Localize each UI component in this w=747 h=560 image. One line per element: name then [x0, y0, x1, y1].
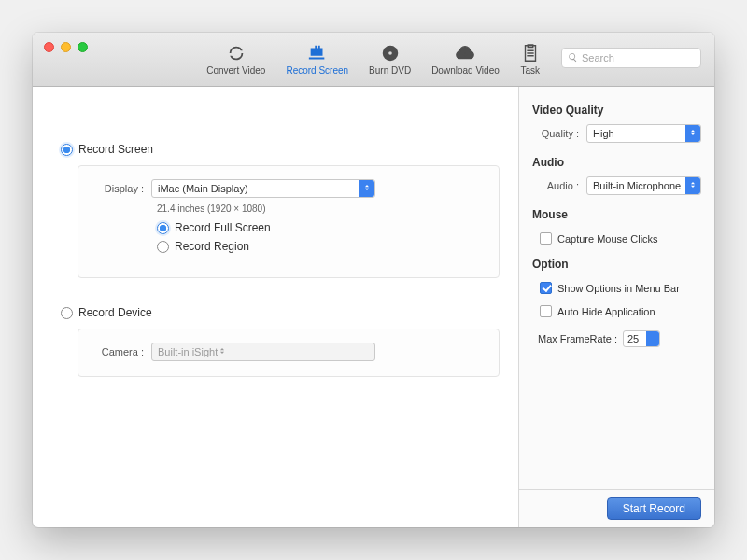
search-icon	[568, 52, 578, 64]
auto-hide-label: Auto Hide Application	[557, 306, 655, 317]
audio-heading: Audio	[532, 156, 701, 169]
checkbox-icon	[540, 282, 552, 294]
toolbar: Convert Video Record Screen Burn DVD Dow…	[206, 43, 541, 76]
record-icon	[307, 43, 328, 63]
svg-point-1	[388, 51, 392, 55]
capture-mouse-label: Capture Mouse Clicks	[557, 233, 658, 245]
show-menu-label: Show Options in Menu Bar	[557, 283, 680, 294]
camera-select[interactable]: Built-in iSight	[151, 343, 375, 361]
audio-label: Audio :	[532, 180, 579, 191]
toolbar-burn-dvd[interactable]: Burn DVD	[369, 43, 411, 76]
start-record-button[interactable]: Start Record	[607, 497, 701, 520]
video-quality-heading: Video Quality	[532, 104, 701, 117]
mode-region-label: Record Region	[175, 240, 249, 253]
main-panel: Record Screen Display : iMac (Main Displ…	[33, 87, 518, 527]
auto-hide-checkbox[interactable]: Auto Hide Application	[540, 305, 701, 317]
display-select[interactable]: iMac (Main Display)	[151, 179, 375, 198]
display-info: 21.4 inches (1920 × 1080)	[157, 203, 486, 214]
mode-region-radio[interactable]: Record Region	[157, 240, 486, 253]
chevron-updown-icon	[688, 180, 698, 191]
titlebar: Convert Video Record Screen Burn DVD Dow…	[33, 33, 714, 87]
framerate-label: Max FrameRate :	[538, 333, 617, 344]
minimize-button[interactable]	[61, 42, 71, 52]
quality-select[interactable]: High	[586, 124, 701, 143]
toolbar-download-video[interactable]: Download Video	[431, 43, 500, 76]
toolbar-label: Task	[521, 65, 541, 76]
audio-value: Built-in Microphone	[593, 180, 681, 191]
display-value: iMac (Main Display)	[158, 183, 248, 194]
toolbar-label: Download Video	[431, 65, 500, 76]
radio-icon	[61, 307, 73, 319]
download-icon	[455, 43, 475, 63]
checkbox-icon	[540, 305, 552, 317]
body: Record Screen Display : iMac (Main Displ…	[33, 87, 714, 527]
quality-value: High	[593, 128, 614, 139]
record-device-radio[interactable]: Record Device	[61, 306, 500, 319]
audio-select[interactable]: Built-in Microphone	[586, 176, 701, 195]
record-device-label: Record Device	[78, 306, 152, 319]
radio-icon	[61, 144, 73, 156]
record-device-group: Camera : Built-in iSight	[78, 329, 500, 377]
radio-icon	[157, 241, 169, 253]
app-window: Convert Video Record Screen Burn DVD Dow…	[33, 33, 714, 527]
start-record-label: Start Record	[623, 502, 685, 515]
record-screen-radio[interactable]: Record Screen	[61, 143, 500, 156]
convert-icon	[226, 43, 247, 63]
quality-label: Quality :	[532, 128, 579, 139]
toolbar-label: Burn DVD	[369, 65, 411, 76]
toolbar-record-screen[interactable]: Record Screen	[286, 43, 348, 76]
search-input[interactable]: Search	[561, 48, 701, 68]
framerate-stepper[interactable]: 25	[623, 330, 660, 347]
toolbar-label: Record Screen	[286, 65, 348, 76]
toolbar-label: Convert Video	[206, 65, 265, 76]
framerate-value: 25	[627, 333, 639, 344]
chevron-updown-icon	[362, 183, 372, 194]
close-button[interactable]	[44, 42, 54, 52]
chevron-updown-icon	[688, 128, 698, 139]
record-screen-label: Record Screen	[78, 143, 153, 156]
option-heading: Option	[532, 258, 701, 271]
mode-full-radio[interactable]: Record Full Screen	[157, 221, 486, 234]
side-panel: Video Quality Quality : High Audio Audio…	[518, 87, 714, 527]
mouse-heading: Mouse	[532, 208, 701, 221]
search-placeholder: Search	[582, 52, 614, 63]
capture-mouse-checkbox[interactable]: Capture Mouse Clicks	[540, 232, 701, 245]
chevron-updown-icon	[648, 333, 657, 344]
record-screen-group: Display : iMac (Main Display) 21.4 inche…	[78, 165, 500, 278]
camera-label: Camera :	[92, 346, 144, 357]
chevron-updown-icon	[218, 346, 227, 357]
disc-icon	[380, 43, 401, 63]
display-label: Display :	[92, 183, 144, 194]
mode-full-label: Record Full Screen	[175, 221, 271, 234]
toolbar-task[interactable]: Task	[520, 43, 541, 76]
radio-icon	[157, 222, 169, 234]
zoom-button[interactable]	[78, 42, 88, 52]
task-icon	[520, 43, 541, 63]
toolbar-convert-video[interactable]: Convert Video	[206, 43, 265, 76]
checkbox-icon	[540, 232, 552, 245]
show-menu-checkbox[interactable]: Show Options in Menu Bar	[540, 282, 701, 294]
camera-value: Built-in iSight	[158, 346, 218, 357]
window-controls	[44, 42, 88, 52]
